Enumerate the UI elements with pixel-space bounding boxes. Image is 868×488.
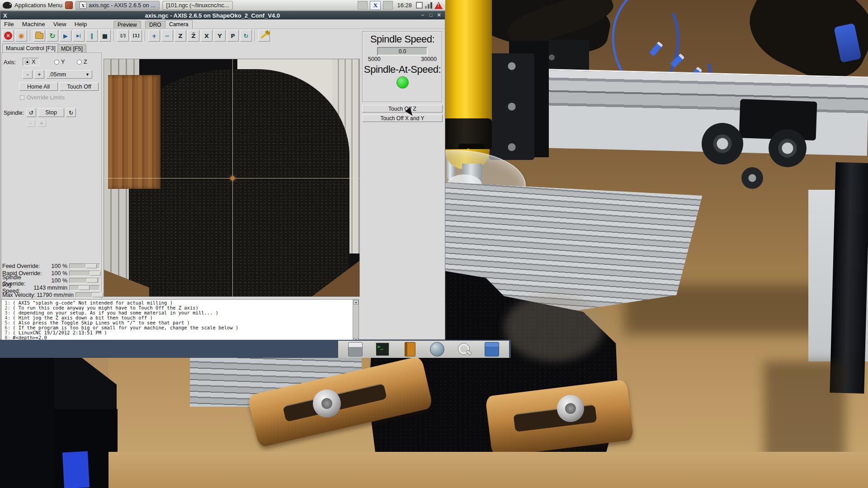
menu-file[interactable]: File xyxy=(4,21,14,28)
tab-camera[interactable]: Camera xyxy=(165,20,193,28)
toolbar-separator xyxy=(145,30,146,41)
zoom-out-button[interactable]: − xyxy=(161,30,173,42)
rotate-icon: ↻ xyxy=(244,33,249,39)
slider-thumb[interactable] xyxy=(79,286,90,290)
skip-lines-toggle[interactable]: [/] xyxy=(117,30,129,42)
override-limits-checkbox[interactable]: Override Limits xyxy=(20,94,65,101)
touch-off-z-button[interactable]: Touch Off Z xyxy=(362,105,443,113)
crosshair-center-dot xyxy=(231,176,235,180)
maximize-button[interactable]: □ xyxy=(428,13,434,18)
applications-menu-icon[interactable] xyxy=(3,2,12,9)
radio-dot xyxy=(25,60,30,65)
tray-icon[interactable] xyxy=(383,1,393,9)
gcode-scrollbar[interactable]: ▲ ▼ xyxy=(353,300,359,343)
view-z-icon: Z xyxy=(178,33,182,39)
slider-thumb[interactable] xyxy=(90,271,101,276)
clear-plot-button[interactable] xyxy=(258,30,270,42)
gcode-listing[interactable]: 1:( AXIS "splash g-code" Not intended fo… xyxy=(1,299,359,343)
pager-icon[interactable] xyxy=(416,2,423,9)
jog-speed-slider[interactable] xyxy=(69,285,100,291)
xterm-tray-icon[interactable]: X xyxy=(370,1,381,10)
spindle-override-slider[interactable] xyxy=(69,278,100,283)
rapid-override-slider[interactable] xyxy=(69,271,100,276)
zoom-in-button[interactable]: + xyxy=(148,30,160,42)
stop-button[interactable]: ■ xyxy=(99,30,111,42)
open-file-button[interactable] xyxy=(33,30,45,42)
axis-radio-z[interactable]: Z xyxy=(77,59,87,65)
taskbar-window-axis-label: axis.ngc - AXIS 2.6.5 on ... xyxy=(89,2,155,9)
view-p-button[interactable]: P xyxy=(227,30,239,42)
reload-button[interactable]: ↻ xyxy=(47,30,58,42)
taskbar-window-terminal[interactable]: [101.ngc (~/linuxcnc/nc... xyxy=(162,1,233,10)
slider-thumb[interactable] xyxy=(86,264,97,268)
book-icon[interactable] xyxy=(405,342,415,357)
view-y-icon: Y xyxy=(217,33,222,39)
photo-carved-area xyxy=(504,294,604,361)
axis-radio-x[interactable]: X xyxy=(23,58,39,66)
pause-button[interactable]: ‖ xyxy=(86,30,98,42)
close-button[interactable]: ✕ xyxy=(436,13,442,18)
slider-thumb[interactable] xyxy=(92,293,103,297)
monitor-icon[interactable] xyxy=(425,2,432,9)
spindle-stop-button[interactable]: Stop xyxy=(38,108,64,117)
minimize-button[interactable]: – xyxy=(420,13,426,18)
menu-help[interactable]: Help xyxy=(75,21,87,28)
toolbar-separator xyxy=(30,30,31,41)
radio-dot xyxy=(77,60,82,65)
checkbox-icon xyxy=(20,95,24,100)
terminal-icon[interactable]: >_ xyxy=(375,342,390,357)
jog-increment-combobox[interactable]: .05mm ▼ xyxy=(46,70,92,79)
toolbar-separator xyxy=(113,30,114,41)
view-y-button[interactable]: Y xyxy=(214,30,226,42)
run-button[interactable]: ▶ xyxy=(60,30,71,42)
search-icon[interactable] xyxy=(457,342,472,357)
spindle-speed-scale: 5000 30000 xyxy=(368,56,437,62)
taskbar-window-axis[interactable]: X axis.ngc - AXIS 2.6.5 on ... xyxy=(75,1,159,10)
printer-icon[interactable] xyxy=(348,342,363,357)
view-z-button[interactable]: Z xyxy=(175,30,186,42)
window-icon: X xyxy=(3,12,7,19)
tray-icon[interactable] xyxy=(358,1,368,9)
warning-icon[interactable] xyxy=(434,2,443,9)
globe-icon[interactable] xyxy=(430,342,444,357)
tab-dro[interactable]: DRO xyxy=(145,21,165,28)
optional-pause-toggle[interactable]: [1] xyxy=(130,30,142,42)
spindle-plus-button[interactable]: + xyxy=(37,119,46,127)
file-manager-icon[interactable] xyxy=(485,342,499,357)
tab-mdi[interactable]: MDI [F5] xyxy=(57,44,86,52)
launcher-icon[interactable] xyxy=(65,1,73,9)
touch-off-button[interactable]: Touch Off xyxy=(60,82,99,91)
view-z2-button[interactable]: Z̄ xyxy=(188,30,199,42)
step-button[interactable]: ▶| xyxy=(73,30,85,42)
feed-override-slider[interactable] xyxy=(69,263,100,269)
spindle-minus-button[interactable]: - xyxy=(26,119,35,127)
power-icon: ◉ xyxy=(18,32,24,40)
slider-thumb[interactable] xyxy=(87,278,98,283)
home-all-button[interactable]: Home All xyxy=(19,82,58,91)
jog-minus-button[interactable]: - xyxy=(23,70,33,79)
menu-view[interactable]: View xyxy=(53,21,66,28)
spindle-cw-button[interactable]: ↻ xyxy=(66,108,76,117)
gcode-line[interactable]: 7:( LinuxCNC 19/1/2012 2:13:51 PM ) xyxy=(3,330,351,335)
estop-button[interactable]: ✕ xyxy=(2,30,14,42)
jog-plus-button[interactable]: + xyxy=(34,70,44,79)
titlebar[interactable]: X axis.ngc - AXIS 2.6.5 on ShapeOko_2_Co… xyxy=(0,11,445,19)
step-icon: ▶| xyxy=(76,33,81,38)
window-title: axis.ngc - AXIS 2.6.5 on ShapeOko_2_Conf… xyxy=(7,12,418,19)
max-velocity-slider[interactable] xyxy=(75,292,100,298)
spindle-ccw-button[interactable]: ↺ xyxy=(26,108,36,117)
menu-machine[interactable]: Machine xyxy=(22,21,45,28)
axis-label: Axis: xyxy=(4,59,16,66)
axis-radio-y[interactable]: Y xyxy=(54,59,65,65)
rotate-view-button[interactable]: ↻ xyxy=(240,30,252,42)
machine-power-button[interactable]: ◉ xyxy=(15,30,27,42)
view-x-button[interactable]: X xyxy=(201,30,212,42)
applications-menu-button[interactable]: Applications Menu xyxy=(14,2,62,9)
estop-icon: ✕ xyxy=(4,32,12,40)
tab-preview[interactable]: Preview xyxy=(113,21,141,28)
scroll-up-icon[interactable]: ▲ xyxy=(354,300,359,305)
touch-off-xy-button[interactable]: Touch Off X and Y xyxy=(362,114,443,122)
tab-manual-control[interactable]: Manual Control [F3] xyxy=(2,43,59,52)
jog-speed-row: Jog Speed: 1143 mm/min xyxy=(2,284,100,291)
photo-dark-corner xyxy=(0,352,54,488)
